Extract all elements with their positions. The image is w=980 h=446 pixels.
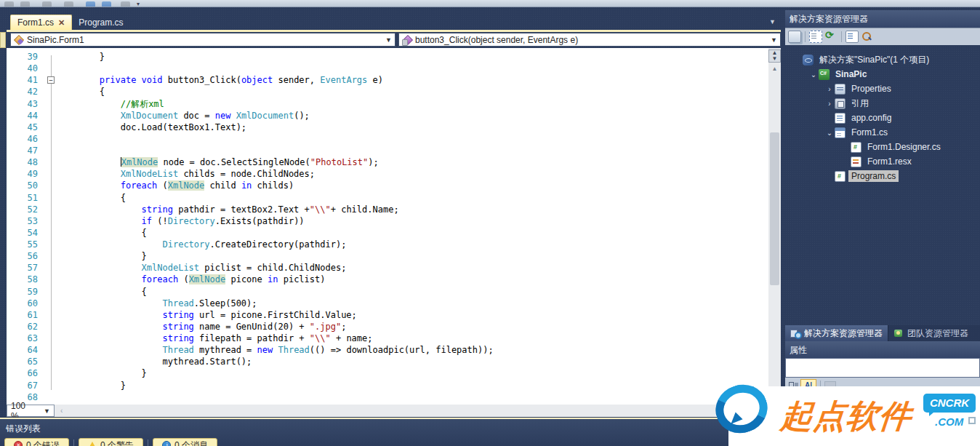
preview-icon[interactable] (861, 31, 874, 43)
code-line[interactable]: 47 (7, 145, 768, 156)
tab-form1cs[interactable]: Form1.cs ✕ (10, 15, 72, 30)
collapse-all-icon[interactable] (788, 31, 801, 43)
collapse-region-icon[interactable]: − (47, 76, 55, 84)
line-number: 57 (7, 262, 44, 274)
tree-item--sinapic-1-[interactable]: 解决方案"SinaPic"(1 个项目) (792, 52, 932, 67)
code-line[interactable]: 67} (7, 380, 768, 391)
code-line[interactable]: 42{ (7, 86, 768, 97)
tree-item-app-config[interactable]: app.config (824, 111, 894, 125)
code-text: string filepath = pathdir + "\\" + name; (57, 332, 373, 344)
chevron-down-icon[interactable]: ▼ (385, 36, 392, 44)
code-line[interactable]: 48XmlNode node = doc.SelectSingleNode("P… (7, 156, 768, 168)
code-line[interactable]: 43//解析xml (7, 98, 768, 110)
scroll-up-icon[interactable]: ▲ (768, 64, 781, 74)
code-line[interactable]: 46 (7, 133, 768, 145)
code-line[interactable]: 49XmlNodeList childs = node.ChildNodes; (7, 168, 768, 180)
toolbar-icon[interactable] (102, 1, 111, 7)
line-number: 59 (7, 286, 44, 298)
code-line[interactable]: 52string pathdir = textBox2.Text +"\\"+ … (7, 204, 768, 215)
code-line[interactable]: 39} (7, 51, 768, 63)
code-line[interactable]: 41−private void button3_Click(object sen… (7, 74, 768, 86)
code-line[interactable]: 44XmlDocument doc = new XmlDocument(); (7, 110, 768, 122)
toolbar-icon[interactable] (20, 1, 30, 7)
code-line[interactable]: 55Directory.CreateDirectory(pathdir); (7, 239, 768, 250)
code-line[interactable]: 63string filepath = pathdir + "\\" + nam… (7, 332, 768, 344)
members-combo[interactable]: button3_Click(object sender, EventArgs e… (398, 33, 781, 47)
toolbar-icon[interactable] (121, 1, 130, 7)
expander-icon[interactable]: ⌄ (808, 71, 819, 79)
chevron-down-icon[interactable]: ▼ (44, 407, 50, 415)
code-line[interactable]: 51{ (7, 192, 768, 204)
tree-item-form1-resx[interactable]: Form1.resx (840, 154, 915, 169)
code-line[interactable]: 58foreach (XmlNode picone in piclist) (7, 274, 768, 285)
tree-item-program-cs[interactable]: Program.cs (824, 169, 899, 183)
outline-margin (44, 309, 57, 321)
close-icon[interactable]: ✕ (58, 18, 65, 28)
zoom-combo[interactable]: 100 % ▼ (7, 405, 55, 417)
code-text: } (57, 367, 147, 379)
config-icon (835, 113, 846, 124)
tree-item-label: Form1.cs (848, 127, 891, 138)
code-line[interactable]: 61string url = picone.FirstChild.Value; (7, 309, 768, 321)
outline-margin (44, 298, 57, 309)
code-line[interactable]: 64Thread mythread = new Thread(() => dow… (7, 344, 768, 356)
editor-split-handle[interactable]: ▲▼ (768, 49, 781, 63)
code-text: XmlDocument doc = new XmlDocument(); (57, 110, 310, 122)
document-well-dropdown-icon[interactable]: ▼ (769, 18, 776, 25)
tree-item-form1-designer-cs[interactable]: Form1.Designer.cs (840, 140, 944, 154)
tree-item--[interactable]: ›引用 (824, 96, 872, 111)
code-line[interactable]: 66} (7, 367, 768, 379)
expander-icon[interactable]: › (824, 100, 835, 108)
code-editor[interactable]: 39}4041−private void button3_Click(objec… (7, 48, 768, 405)
warnings-filter-button[interactable]: 0 个警告 (79, 438, 143, 446)
code-line[interactable]: 45doc.Load(textBox1.Text); (7, 122, 768, 133)
outline-margin (44, 250, 57, 262)
scroll-left-icon[interactable]: ‹ (60, 405, 63, 417)
tree-item-properties[interactable]: ›Properties (824, 81, 894, 96)
toolbar-icon[interactable] (86, 1, 95, 7)
code-line[interactable]: 68 (7, 391, 768, 403)
tab-programcs[interactable]: Program.cs (72, 15, 129, 30)
view-code-icon[interactable] (846, 31, 859, 43)
toolbar-overflow-caret[interactable]: ▾ (137, 1, 142, 7)
line-number: 43 (7, 98, 44, 110)
tree-item-form1-cs[interactable]: ⌄Form1.cs (824, 125, 891, 140)
types-combo[interactable]: SinaPic.Form1 ▼ (10, 33, 395, 47)
code-line[interactable]: 59{ (7, 286, 768, 298)
code-line[interactable]: 57XmlNodeList piclist = child.ChildNodes… (7, 262, 768, 274)
errors-filter-button[interactable]: 0 个错误 (4, 438, 69, 446)
autohide-tab-stub[interactable] (0, 32, 6, 48)
expander-icon[interactable]: › (824, 85, 835, 93)
tab-solution-explorer[interactable]: 解决方案资源管理器 (785, 325, 888, 341)
top-toolbar-strip: ▾ (0, 0, 980, 7)
chevron-down-icon[interactable]: ▼ (771, 36, 777, 44)
code-line[interactable]: 65mythread.Start(); (7, 356, 768, 367)
outline-margin (44, 133, 57, 145)
properties-object-combo[interactable] (785, 358, 980, 378)
outline-margin (44, 367, 57, 379)
properties-panel-title: 属性 (785, 341, 980, 358)
line-number: 62 (7, 321, 44, 332)
code-text: //解析xml (57, 98, 164, 110)
tree-item-sinapic[interactable]: ⌄SinaPic (808, 67, 869, 81)
solution-icon (803, 55, 814, 65)
code-line[interactable]: 56} (7, 250, 768, 262)
code-line[interactable]: 54{ (7, 227, 768, 239)
code-line[interactable]: 53if (!Directory.Exists(pathdir)) (7, 215, 768, 227)
expander-icon[interactable]: ⌄ (824, 129, 835, 137)
toolbar-icon[interactable] (42, 1, 52, 7)
scrollbar-thumb[interactable] (770, 132, 779, 285)
code-line[interactable]: 62string name = GenUnid(20) + ".jpg"; (7, 321, 768, 332)
toolbar-icon[interactable] (4, 1, 14, 7)
code-line[interactable]: 50foreach (XmlNode child in childs) (7, 180, 768, 191)
csfile-icon (835, 171, 846, 182)
toolbar-icon[interactable] (64, 1, 73, 7)
show-all-files-icon[interactable] (809, 31, 822, 43)
tab-team-explorer[interactable]: 团队资源管理器 (888, 325, 973, 341)
code-line[interactable]: 40 (7, 63, 768, 74)
line-number: 41 (7, 74, 44, 86)
messages-filter-button[interactable]: 0 个消息 (153, 438, 217, 446)
editor-vertical-scrollbar[interactable]: ▲▼ ▲ ▼ (768, 48, 781, 405)
code-line[interactable]: 60Thread.Sleep(500); (7, 298, 768, 309)
refresh-icon[interactable] (824, 31, 838, 43)
